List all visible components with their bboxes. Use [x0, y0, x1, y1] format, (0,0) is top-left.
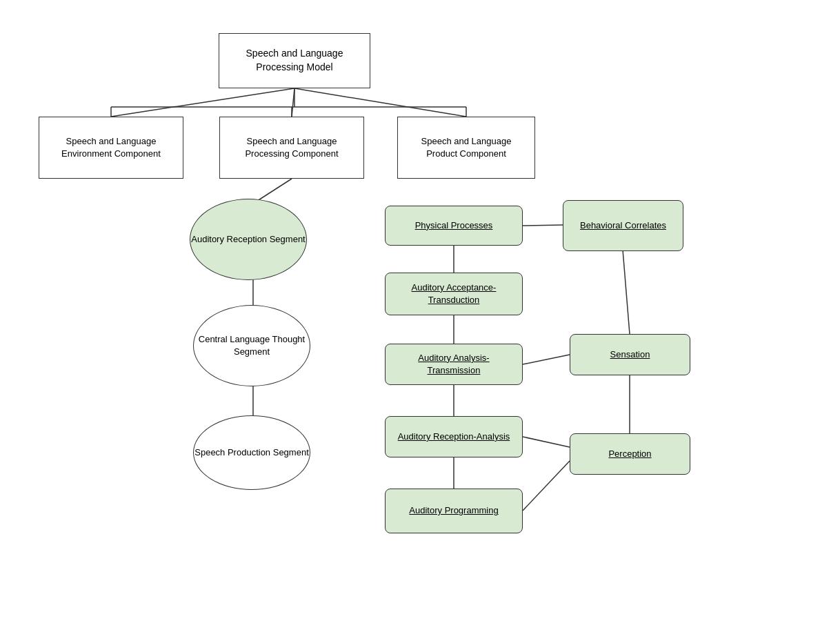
perception-node: Perception — [570, 433, 690, 475]
svg-line-0 — [111, 88, 294, 117]
diagram: Speech and Language Processing Model Spe… — [0, 0, 840, 621]
central-language-label: Central Language Thought Segment — [194, 333, 310, 358]
aud-acceptance-node: Auditory Acceptance-Transduction — [385, 273, 523, 315]
sensation-node: Sensation — [570, 334, 690, 375]
aud-reception-analysis-node: Auditory Reception-Analysis — [385, 416, 523, 457]
physical-processes-label: Physical Processes — [415, 219, 493, 232]
proc-component-node: Speech and Language Processing Component — [219, 117, 364, 179]
aud-acceptance-label: Auditory Acceptance-Transduction — [392, 282, 515, 306]
svg-line-20 — [523, 461, 570, 511]
aud-analysis-label: Auditory Analysis-Transmission — [392, 352, 515, 377]
auditory-reception-node: Auditory Reception Segment — [190, 199, 307, 280]
speech-production-label: Speech Production Segment — [194, 446, 309, 459]
central-language-node: Central Language Thought Segment — [193, 305, 310, 386]
svg-line-11 — [523, 225, 563, 226]
sensation-label: Sensation — [610, 348, 650, 361]
svg-line-19 — [523, 437, 570, 447]
proc-label: Speech and Language Processing Component — [227, 135, 357, 160]
aud-reception-analysis-label: Auditory Reception-Analysis — [398, 431, 510, 443]
svg-line-17 — [523, 355, 570, 364]
env-label: Speech and Language Environment Componen… — [46, 135, 176, 160]
aud-programming-label: Auditory Programming — [409, 504, 498, 517]
perception-label: Perception — [608, 448, 651, 460]
svg-line-16 — [623, 250, 630, 334]
behavioral-correlates-node: Behavioral Correlates — [563, 200, 683, 251]
svg-line-2 — [294, 88, 466, 117]
root-label: Speech and Language Processing Model — [226, 47, 363, 74]
prod-label: Speech and Language Product Component — [405, 135, 528, 160]
auditory-reception-label: Auditory Reception Segment — [191, 233, 305, 246]
behavioral-correlates-label: Behavioral Correlates — [580, 219, 666, 232]
root-node: Speech and Language Processing Model — [219, 33, 370, 88]
svg-line-1 — [292, 88, 294, 117]
prod-component-node: Speech and Language Product Component — [397, 117, 535, 179]
physical-processes-node: Physical Processes — [385, 206, 523, 246]
aud-analysis-node: Auditory Analysis-Transmission — [385, 344, 523, 385]
speech-production-node: Speech Production Segment — [193, 415, 310, 490]
aud-programming-node: Auditory Programming — [385, 489, 523, 533]
env-component-node: Speech and Language Environment Componen… — [39, 117, 183, 179]
